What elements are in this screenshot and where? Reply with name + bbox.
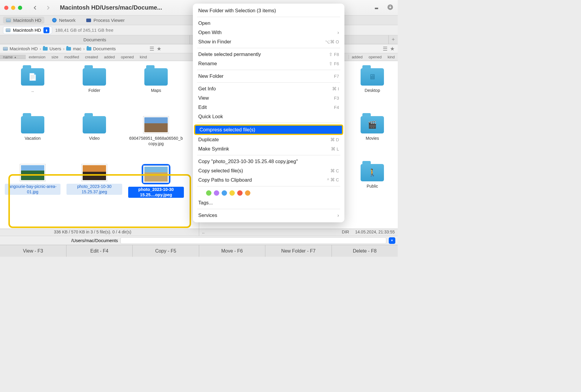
col-created[interactable]: created (82, 55, 101, 59)
file-item[interactable]: Video (63, 114, 125, 162)
menu-open[interactable]: Open (193, 19, 344, 28)
copy-button[interactable]: Copy - F5 (133, 245, 199, 257)
tab-label: Network (59, 18, 75, 23)
file-item[interactable]: photo_2023-10-30 15.25....opy.jpeg (125, 162, 187, 209)
add-tab-button[interactable]: + (389, 35, 398, 44)
chevron-down-icon[interactable]: ▾ (389, 237, 395, 244)
view-button[interactable]: View - F3 (0, 245, 66, 257)
menu-edit[interactable]: EditF4 (193, 103, 344, 112)
list-view-icon[interactable]: ☰ (149, 45, 154, 52)
favorite-icon[interactable]: ★ (390, 45, 395, 52)
folder-icon: 🎬 (361, 116, 384, 133)
tag-green[interactable] (206, 190, 211, 196)
pane-tab-left[interactable]: Documents (0, 35, 190, 44)
file-item[interactable]: Vacation (2, 114, 63, 162)
menu-new-folder[interactable]: New FolderF7 (193, 72, 344, 81)
folder-icon (144, 68, 168, 86)
file-label: Folder (88, 88, 100, 93)
minimize-icon[interactable] (11, 6, 15, 10)
context-menu: New Folder with Selection (3 items) Open… (193, 4, 344, 222)
menu-copy-paths[interactable]: Copy Paths to Clipboard＾⌘ C (193, 175, 344, 185)
file-item[interactable]: 🎬 Movies (349, 114, 396, 162)
path-bar: /Users/mac/Documents ▾ (0, 236, 398, 245)
crumb[interactable]: Users (49, 46, 61, 51)
globe-icon (52, 18, 57, 22)
file-item[interactable]: photo_2023-10-30 15.25.37.jpeg (63, 162, 125, 209)
disk-icon (6, 19, 11, 22)
file-item[interactable]: Folder (63, 66, 125, 114)
tag-blue[interactable] (222, 190, 227, 196)
file-item[interactable]: 6904758951_6868a06560_b copy.jpg (125, 114, 187, 162)
menu-get-info[interactable]: Get Info⌘ I (193, 84, 344, 93)
command-input[interactable] (120, 237, 386, 244)
tag-purple[interactable] (214, 190, 219, 196)
back-button[interactable] (29, 3, 41, 12)
col-extension[interactable]: extension (26, 55, 49, 59)
list-view-icon[interactable]: ☰ (383, 45, 388, 52)
menu-compress-selected[interactable]: Compress selected file(s) (194, 124, 343, 135)
col-kind[interactable]: kind (385, 55, 398, 59)
close-icon[interactable] (4, 6, 8, 10)
menu-rename[interactable]: Rename⇧ F6 (193, 59, 344, 68)
folder-icon (83, 116, 106, 133)
col-added[interactable]: added (101, 55, 118, 59)
menu-delete-permanently[interactable]: Delete selected permanently⇧ F8 (193, 50, 344, 59)
crumb[interactable]: mac (73, 46, 81, 51)
file-label: Vacation (25, 136, 40, 141)
volume-selector[interactable]: Macintosh HD ▴▾ (3, 26, 52, 34)
menu-duplicate[interactable]: Duplicate⌘ D (193, 135, 344, 144)
col-opened[interactable]: opened (366, 55, 385, 59)
tag-red[interactable] (237, 190, 243, 196)
tab-network[interactable]: Network (49, 17, 78, 24)
new-folder-button[interactable]: New Folder - F7 (265, 245, 332, 257)
forward-button[interactable] (43, 3, 54, 12)
delete-button[interactable]: Delete - F8 (332, 245, 398, 257)
maximize-icon[interactable] (18, 6, 22, 10)
col-modified[interactable]: modified (61, 55, 82, 59)
menu-show-in-finder[interactable]: Show in Finder⌥⌘ O (193, 37, 344, 46)
file-item[interactable]: angourie-bay-picnic-area-01.jpg (2, 162, 63, 209)
chevron-updown-icon[interactable]: ▴▾ (43, 27, 49, 33)
file-label: Video (89, 136, 100, 141)
server-icon[interactable] (374, 4, 380, 12)
tag-orange[interactable] (245, 190, 250, 196)
file-item[interactable]: 🖥 Desktop (349, 66, 396, 114)
function-bar: View - F3 Edit - F4 Copy - F5 Move - F6 … (0, 245, 398, 257)
download-icon[interactable] (387, 4, 394, 12)
tab-macintosh-hd[interactable]: Macintosh HD (3, 17, 44, 24)
menu-quick-look[interactable]: Quick Look (193, 112, 344, 121)
tab-label: Macintosh HD (13, 18, 41, 23)
file-item[interactable]: 🚶 Public (349, 162, 396, 209)
col-added[interactable]: added (349, 55, 366, 59)
col-name[interactable]: name▲ (0, 55, 26, 59)
file-item[interactable]: 📄 .. (2, 66, 63, 114)
chevron-right-icon: › (338, 212, 339, 218)
file-label: .. (31, 88, 34, 93)
col-size[interactable]: size (49, 55, 61, 59)
tag-yellow[interactable] (229, 190, 235, 196)
menu-new-folder-selection[interactable]: New Folder with Selection (3 items) (193, 6, 344, 15)
menu-open-with[interactable]: Open With› (193, 28, 344, 37)
file-item[interactable]: Maps (125, 66, 187, 114)
menu-services[interactable]: Services› (193, 211, 344, 220)
tab-label: Process Viewer (93, 18, 125, 23)
favorite-icon[interactable]: ★ (157, 45, 161, 52)
file-label: photo_2023-10-30 15.25.37.jpeg (66, 184, 122, 195)
status-bar: 336 KB / 570 KB in 3 / 5 file(s). 0 / 4 … (0, 229, 398, 236)
crumb[interactable]: Macintosh HD (10, 46, 38, 51)
edit-button[interactable]: Edit - F4 (66, 245, 133, 257)
col-opened[interactable]: opened (118, 55, 137, 59)
menu-copy-selected[interactable]: Copy selected file(s)⌘ C (193, 166, 344, 175)
col-kind[interactable]: kind (137, 55, 150, 59)
menu-make-symlink[interactable]: Make Symlink⌘ L (193, 144, 344, 154)
folder-icon (83, 68, 106, 86)
tab-process-viewer[interactable]: Process Viewer (83, 17, 128, 24)
menu-view[interactable]: ViewF3 (193, 93, 344, 103)
menu-tags[interactable]: Tags... (193, 198, 344, 207)
current-path: /Users/mac/Documents (2, 238, 118, 243)
left-pane[interactable]: 📄 .. Folder Maps Vacation Video 6904 (0, 61, 199, 229)
menu-copy-named-file[interactable]: Copy "photo_2023-10-30 15.25.48 copy.jpe… (193, 157, 344, 166)
move-button[interactable]: Move - F6 (199, 245, 266, 257)
tag-gray[interactable] (198, 190, 204, 196)
crumb[interactable]: Documents (93, 46, 116, 51)
